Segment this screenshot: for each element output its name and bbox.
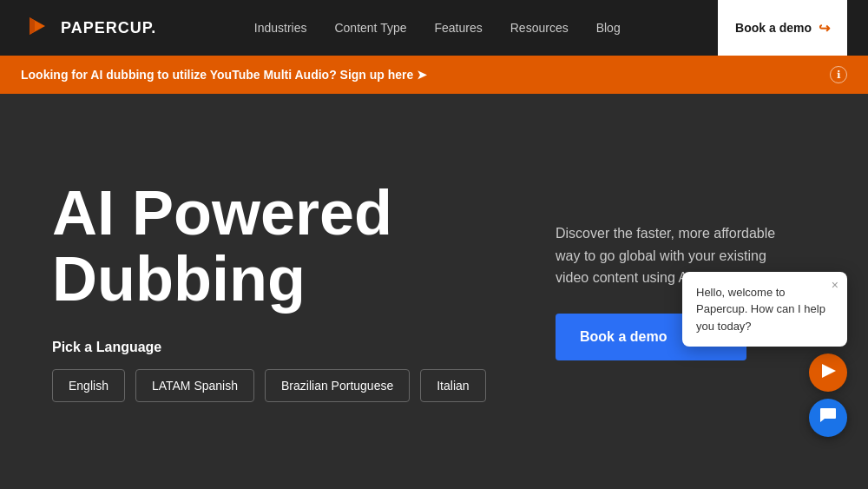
navbar-cta-arrow: ↪ xyxy=(819,20,830,36)
lang-button-italian[interactable]: Italian xyxy=(420,369,485,402)
nav-item-blog[interactable]: Blog xyxy=(596,21,621,35)
hero-title: AI Powered Dubbing xyxy=(52,181,503,312)
chat-message-icon xyxy=(819,406,838,430)
logo-area: PAPERCUP. xyxy=(21,12,156,43)
nav-item-industries[interactable]: Industries xyxy=(254,21,307,35)
nav-item-features[interactable]: Features xyxy=(435,21,483,35)
lang-button-latam-spanish[interactable]: LATAM Spanish xyxy=(135,369,254,402)
banner-info-icon[interactable]: ℹ xyxy=(830,66,847,83)
hero-title-line1: AI Powered xyxy=(52,178,392,248)
nav-item-resources[interactable]: Resources xyxy=(510,21,569,35)
chat-widget: × Hello, welcome to Papercup. How can I … xyxy=(682,272,847,438)
chat-bubble-text: Hello, welcome to Papercup. How can I he… xyxy=(696,286,825,333)
chat-open-button[interactable] xyxy=(809,399,847,437)
chat-close-button[interactable]: × xyxy=(832,279,838,291)
logo-text: PAPERCUP. xyxy=(61,19,156,37)
svg-marker-2 xyxy=(822,364,836,378)
papercup-logo-icon xyxy=(21,12,52,43)
hero-cta-label: Book a demo xyxy=(580,329,667,345)
nav-item-content-type[interactable]: Content Type xyxy=(334,21,406,35)
banner-suffix: ? Sign up here xyxy=(329,68,417,82)
chat-avatar-button[interactable] xyxy=(809,354,847,392)
hero-section: AI Powered Dubbing Pick a Language Engli… xyxy=(0,94,868,489)
navbar-book-demo-button[interactable]: Book a demo ↪ xyxy=(718,0,847,56)
navbar: PAPERCUP. Industries Content Type Featur… xyxy=(0,0,868,56)
hero-left-content: AI Powered Dubbing Pick a Language Engli… xyxy=(52,181,503,402)
banner-prefix: Looking for AI dubbing to utilize xyxy=(21,68,210,82)
banner-content: Looking for AI dubbing to utilize YouTub… xyxy=(21,68,427,82)
navbar-cta-area: Book a demo ↪ xyxy=(718,0,847,56)
lang-button-english[interactable]: English xyxy=(52,369,125,402)
nav-links: Industries Content Type Features Resourc… xyxy=(254,21,621,35)
hero-title-line2: Dubbing xyxy=(52,244,306,314)
papercup-chat-icon xyxy=(819,361,838,385)
banner-highlight: YouTube Multi Audio xyxy=(210,68,329,82)
language-buttons-group: English LATAM Spanish Brazilian Portugue… xyxy=(52,369,503,402)
pick-language-label: Pick a Language xyxy=(52,340,503,355)
lang-button-brazilian-portuguese[interactable]: Brazilian Portuguese xyxy=(265,369,410,402)
navbar-cta-label: Book a demo xyxy=(735,21,812,35)
promo-banner: Looking for AI dubbing to utilize YouTub… xyxy=(0,56,868,94)
banner-signup-link[interactable]: ➤ xyxy=(417,68,427,82)
chat-bubble: × Hello, welcome to Papercup. How can I … xyxy=(682,272,847,347)
